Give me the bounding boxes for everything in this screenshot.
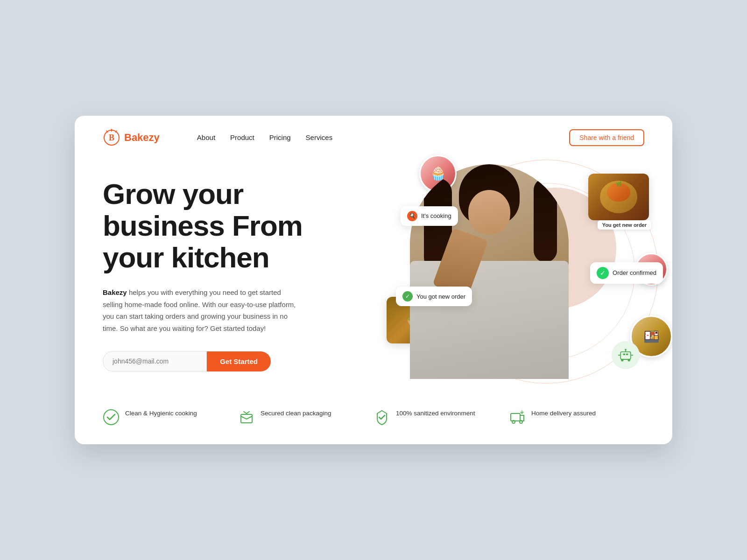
email-cta-row: Get Started [103, 351, 271, 371]
logo-icon: B [103, 129, 120, 147]
share-button[interactable]: Share with a friend [569, 129, 644, 146]
svg-point-11 [628, 359, 630, 361]
packaging-icon [238, 409, 255, 426]
svg-point-15 [104, 410, 119, 425]
woman-photo [410, 164, 569, 379]
navbar: B Bakezy About Product Pricing Services … [75, 116, 672, 160]
nav-about[interactable]: About [197, 133, 215, 141]
svg-text:B: B [109, 133, 114, 142]
logo-text: Bakezy [124, 132, 160, 144]
svg-point-18 [512, 420, 515, 423]
feature-clean-cooking-text: Clean & Hygienic cooking [125, 409, 197, 418]
feature-delivery: Home delivery assured [509, 409, 644, 426]
cooking-icon: 🍳 [407, 211, 417, 221]
dish-card-top: 🌿 [588, 174, 649, 220]
logo: B Bakezy [103, 129, 160, 147]
order-check-icon: ✓ [402, 291, 413, 301]
nav-links: About Product Pricing Services [197, 133, 550, 141]
svg-rect-7 [626, 354, 628, 356]
features-bar: Clean & Hygienic cooking Secured clean p… [75, 395, 672, 444]
hero-right: 🍳 It's cooking 🌿 You get new order ✓ Ord… [401, 169, 644, 372]
new-order-label: You get new order [598, 220, 651, 230]
page-container: B Bakezy About Product Pricing Services … [75, 116, 672, 445]
cooking-card: 🍳 It's cooking [401, 206, 458, 226]
svg-rect-6 [623, 354, 626, 356]
feature-clean-cooking: Clean & Hygienic cooking [103, 409, 238, 426]
feature-packaging-text: Secured clean packaging [261, 409, 331, 418]
feature-sanitized: 100% sanitized environment [374, 409, 509, 426]
svg-rect-17 [511, 413, 520, 421]
feature-delivery-text: Home delivery assured [531, 409, 596, 418]
nav-pricing[interactable]: Pricing [269, 133, 291, 141]
you-got-order-label: You got new order [416, 293, 465, 300]
hero-description: Bakezy helps you with everything you nee… [103, 287, 299, 334]
whatsapp-icon: ✓ [597, 267, 609, 279]
delivery-feature-icon [509, 409, 526, 426]
svg-rect-5 [620, 352, 631, 359]
get-started-button[interactable]: Get Started [207, 351, 271, 371]
order-confirmed-label: Order confirmed [613, 269, 656, 276]
clean-cooking-icon [103, 409, 120, 426]
cooking-label: It's cooking [421, 212, 451, 219]
hero-title: Grow your business From your kitchen [103, 178, 401, 274]
svg-point-10 [621, 359, 623, 361]
hero-section: Grow your business From your kitchen Bak… [75, 160, 672, 395]
feature-sanitized-text: 100% sanitized environment [396, 409, 475, 418]
nav-product[interactable]: Product [230, 133, 254, 141]
svg-point-19 [520, 420, 522, 423]
svg-point-9 [625, 349, 627, 351]
hero-desc-text: helps you with everything you need to ge… [103, 288, 296, 332]
delivery-icon [612, 341, 640, 369]
you-got-order-card: ✓ You got new order [396, 287, 472, 306]
sanitized-icon [374, 409, 390, 426]
hero-left: Grow your business From your kitchen Bak… [103, 169, 401, 372]
order-confirmed-card: ✓ Order confirmed [590, 262, 663, 284]
email-input[interactable] [103, 351, 207, 371]
nav-services[interactable]: Services [306, 133, 333, 141]
feature-packaging: Secured clean packaging [238, 409, 374, 426]
